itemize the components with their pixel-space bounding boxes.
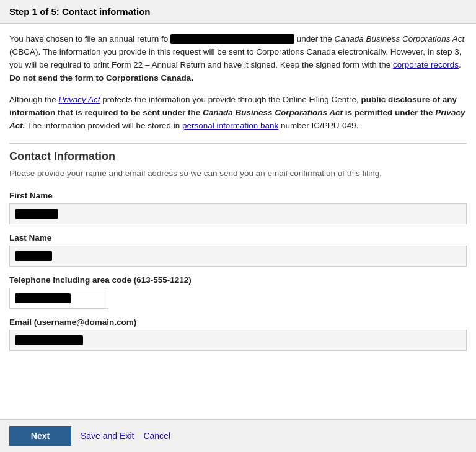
main-content: You have chosen to file an annual return… (0, 24, 476, 419)
intro2-before: Although the (9, 95, 59, 104)
bold-cbca-italic: Canada Business Corporations Act (203, 108, 343, 117)
footer-bar: Next Save and Exit Cancel (0, 419, 476, 452)
next-button[interactable]: Next (9, 426, 71, 446)
email-input[interactable] (9, 330, 467, 351)
email-label: Email (username@domain.com) (9, 317, 467, 327)
intro-paragraph-1: You have chosen to file an annual return… (9, 33, 467, 85)
first-name-redacted (15, 209, 58, 219)
first-name-input[interactable] (9, 203, 467, 224)
intro-paragraph-2: Although the Privacy Act protects the in… (9, 94, 467, 133)
bold-warning: Do not send the form to Corporations Can… (9, 73, 193, 82)
intro2-end: number IC/PPU-049. (278, 121, 358, 130)
bold-end: is permitted under the (343, 108, 435, 117)
contact-section-title: Contact Information (9, 150, 467, 163)
page-title: Step 1 of 5: Contact information (9, 6, 467, 17)
cancel-link[interactable]: Cancel (143, 431, 170, 441)
intro-text-after-redact: under the (297, 34, 335, 43)
intro-text-before: You have chosen to file an annual return… (9, 34, 168, 43)
contact-subtitle: Please provide your name and email addre… (9, 168, 467, 180)
first-name-label: First Name (9, 191, 467, 200)
personal-info-bank-link[interactable]: personal information bank (182, 121, 278, 130)
corporate-records-link[interactable]: corporate records (393, 60, 459, 69)
last-name-group: Last Name (9, 233, 467, 267)
first-name-group: First Name (9, 191, 467, 224)
section-divider (9, 143, 467, 144)
cbca-italic: Canada Business Corporations Act (335, 34, 465, 43)
intro2-after: The information provided will be stored … (25, 121, 182, 130)
intro2-mid: protects the information you provide thr… (100, 95, 361, 104)
telephone-redacted (15, 293, 71, 303)
intro-period: . (459, 60, 461, 69)
last-name-redacted (15, 251, 52, 261)
last-name-input[interactable] (9, 246, 467, 267)
telephone-group: Telephone including area code (613-555-1… (9, 275, 467, 309)
step-header: Step 1 of 5: Contact information (0, 0, 476, 24)
email-group: Email (username@domain.com) (9, 317, 467, 351)
save-exit-link[interactable]: Save and Exit (81, 431, 134, 441)
privacy-act-link[interactable]: Privacy Act (59, 95, 100, 104)
page-wrapper: Step 1 of 5: Contact information You hav… (0, 0, 476, 452)
telephone-label: Telephone including area code (613-555-1… (9, 275, 467, 285)
redacted-company-name (170, 34, 294, 44)
last-name-label: Last Name (9, 233, 467, 242)
telephone-input[interactable] (9, 288, 108, 309)
email-redacted (15, 335, 83, 345)
